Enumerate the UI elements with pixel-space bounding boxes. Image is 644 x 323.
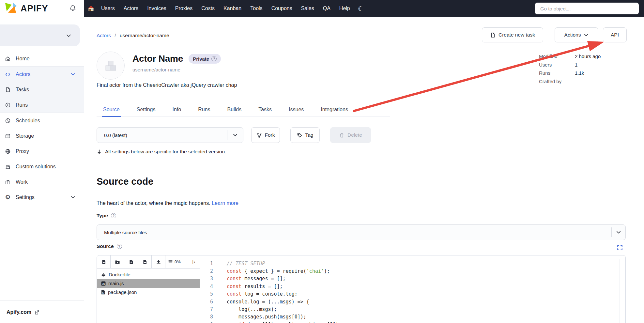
sidebar-item-actors[interactable]: Actors	[0, 67, 84, 82]
file-row-main-js[interactable]: JS main.js	[97, 279, 200, 288]
learn-more-link[interactable]: Learn more	[212, 200, 238, 206]
cube-stack-icon	[102, 57, 119, 74]
nav-item-invoices[interactable]: Invoices	[147, 6, 166, 11]
tag-button[interactable]: Tag	[290, 127, 320, 143]
code-line: 9 if (msgs[1]) results.push(msgs[1]);	[200, 321, 625, 323]
apify-com-link[interactable]: Apify.com	[0, 301, 84, 315]
sidebar-item-schedules[interactable]: Schedules	[0, 113, 84, 128]
code-line: 2 const { expect } = require('chai');	[200, 267, 625, 275]
sidebar-item-tasks[interactable]: Tasks	[0, 82, 84, 97]
notifications-bell-icon[interactable]	[69, 5, 76, 12]
code-text: const messages = [];	[213, 276, 286, 282]
git-fork-icon	[256, 132, 262, 138]
zoom-indicator: 0%	[165, 255, 183, 268]
api-button[interactable]: API	[603, 27, 627, 42]
file-row-dockerfile[interactable]: Dockerfile	[97, 270, 200, 279]
tab-info[interactable]: Info	[173, 102, 181, 116]
file-row-package-json[interactable]: {} package.json	[97, 288, 200, 297]
tab-source[interactable]: Source	[103, 102, 120, 116]
editor-scrollbar-track[interactable]	[620, 259, 620, 323]
help-icon[interactable]: ?	[117, 244, 122, 249]
type-select[interactable]: Multiple source files	[97, 224, 626, 240]
upload-file-icon[interactable]	[124, 255, 138, 268]
topbar-nav: Users Actors Invoices Proxies Costs Kanb…	[84, 0, 644, 17]
sidebar-item-runs[interactable]: Runs	[0, 97, 84, 113]
nav-item-help[interactable]: Help	[339, 6, 350, 11]
move-file-icon[interactable]	[138, 255, 152, 268]
code-text: messages.push(msgs[0]);	[213, 314, 306, 320]
meta-row-runs: Runs 1.1k	[539, 69, 601, 77]
line-number: 1	[200, 261, 213, 267]
tab-settings[interactable]: Settings	[137, 102, 156, 116]
create-new-task-button[interactable]: Create new task	[482, 27, 543, 42]
sidebar-item-custom-solutions[interactable]: Custom solutions	[0, 159, 84, 174]
sidebar-item-storage[interactable]: Storage	[0, 128, 84, 144]
main-content: Actors / username/actor-name Create new …	[84, 17, 644, 323]
nav-item-proxies[interactable]: Proxies	[175, 6, 192, 11]
dark-mode-toggle-icon[interactable]: ☾	[358, 5, 364, 12]
tab-issues[interactable]: Issues	[289, 102, 304, 116]
line-number: 4	[200, 284, 213, 289]
goto-object-input[interactable]	[535, 3, 639, 14]
home-emoji-icon[interactable]	[87, 5, 95, 12]
brand-area: APIFY	[0, 0, 84, 17]
chevron-down-icon	[70, 195, 75, 200]
nav-item-costs[interactable]: Costs	[201, 6, 215, 11]
meta-row-modified: Modified 2 hours ago	[539, 52, 601, 61]
delete-button[interactable]: Delete	[330, 127, 371, 143]
actor-tabs: Source Settings Info Runs Builds Tasks I…	[97, 102, 390, 117]
nav-item-qa[interactable]: QA	[323, 6, 330, 11]
actor-name: Actor Name	[132, 54, 183, 64]
play-circle-icon	[5, 102, 11, 108]
nav-item-coupons[interactable]: Coupons	[271, 6, 292, 11]
sidebar-item-work[interactable]: Work	[0, 174, 84, 190]
fullscreen-icon[interactable]	[617, 245, 623, 251]
tab-builds[interactable]: Builds	[227, 102, 242, 116]
document-icon	[490, 32, 496, 38]
gear-icon: ⚙	[5, 194, 11, 200]
code-line: 7 log(...msgs);	[200, 305, 625, 313]
sidebar-item-proxy[interactable]: Proxy	[0, 144, 84, 159]
nav-item-sales[interactable]: Sales	[301, 6, 314, 11]
nav-item-tools[interactable]: Tools	[250, 6, 262, 11]
breadcrumb-actors-link[interactable]: Actors	[97, 33, 111, 38]
chevron-down-icon	[70, 72, 75, 77]
actor-subtitle: username/actor-name	[132, 67, 180, 72]
actions-menu-button[interactable]: Actions	[555, 27, 598, 42]
code-editor[interactable]: 1 // TEST SETUP 2 const { expect } = req…	[200, 255, 625, 323]
tab-tasks[interactable]: Tasks	[258, 102, 272, 116]
line-number: 8	[200, 314, 213, 320]
download-icon[interactable]	[152, 255, 165, 268]
nav-item-actors[interactable]: Actors	[124, 6, 138, 11]
file-toolbar: 0% |←	[97, 255, 200, 269]
code-line: 1 // TEST SETUP	[200, 260, 625, 267]
new-folder-icon[interactable]	[111, 255, 124, 268]
sidebar-item-settings[interactable]: ⚙ Settings	[0, 190, 84, 205]
help-icon[interactable]: ?	[111, 213, 116, 218]
line-number: 6	[200, 299, 213, 305]
sidebar-nav: Home Actors Tasks Runs Sche	[0, 51, 84, 205]
nav-item-users[interactable]: Users	[101, 6, 115, 11]
code-text: const log = console.log;	[213, 291, 298, 297]
fork-button[interactable]: Fork	[251, 127, 280, 143]
code-icon	[5, 71, 11, 77]
new-file-icon[interactable]	[97, 255, 111, 268]
nav-item-kanban[interactable]: Kanban	[223, 6, 241, 11]
meta-row-users: Users 1	[539, 61, 601, 69]
tab-integrations[interactable]: Integrations	[321, 102, 348, 116]
file-tree-panel: 0% |← Dockerfile JS main.js {} pa	[97, 255, 200, 323]
line-number: 3	[200, 276, 213, 282]
help-icon[interactable]: ?	[211, 56, 217, 61]
collapse-panel-icon[interactable]: |←	[189, 255, 200, 268]
line-number: 9	[200, 322, 213, 323]
actor-description: Final actor from the CheerioCrawler aka …	[97, 82, 237, 88]
sidebar-item-home[interactable]: Home	[0, 51, 84, 66]
version-select[interactable]: 0.0 (latest)	[97, 127, 243, 143]
sidebar-actors-group: Actors Tasks Runs	[0, 66, 84, 113]
json-file-icon: {}	[101, 290, 105, 295]
account-selector[interactable]	[0, 24, 80, 46]
breadcrumb: Actors / username/actor-name	[97, 33, 169, 38]
chevron-down-icon	[616, 230, 621, 235]
actor-header: Actor Name Private ?	[132, 54, 221, 64]
tab-runs[interactable]: Runs	[198, 102, 210, 116]
